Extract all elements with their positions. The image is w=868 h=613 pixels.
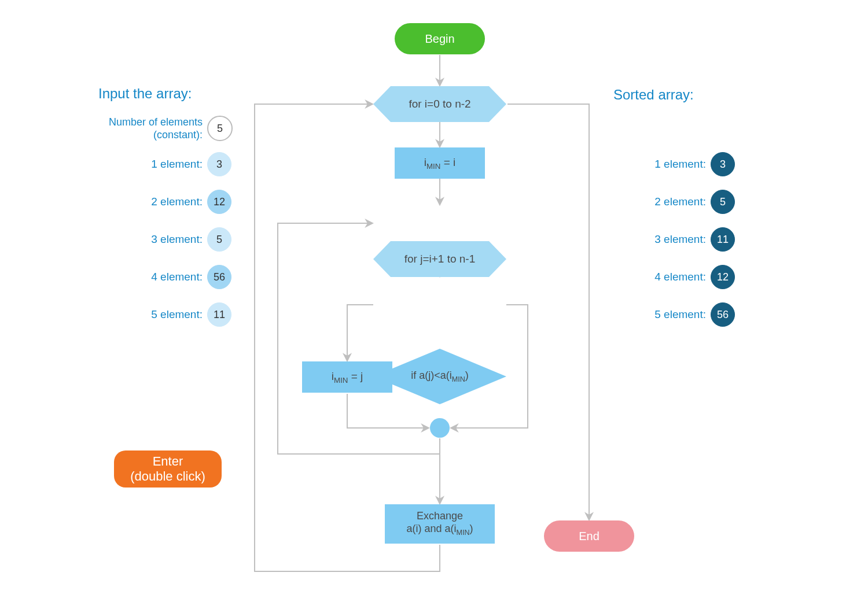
flow-for-j-loop: for j=i+1 to n-1: [373, 241, 506, 277]
flow-end-terminator: End: [544, 520, 634, 552]
flow-decision-compare: if a(j)<a(iMIN): [373, 349, 506, 404]
flow-for-i-loop: for i=0 to n-2: [373, 86, 506, 122]
flow-exchange: Exchange a(i) and a(iMIN): [385, 504, 495, 544]
flow-begin-terminator: Begin: [395, 23, 485, 54]
flow-junction: [430, 418, 450, 438]
flow-imin-equals-i: iMIN = i: [395, 147, 485, 179]
flow-imin-equals-j: iMIN = j: [302, 361, 392, 393]
